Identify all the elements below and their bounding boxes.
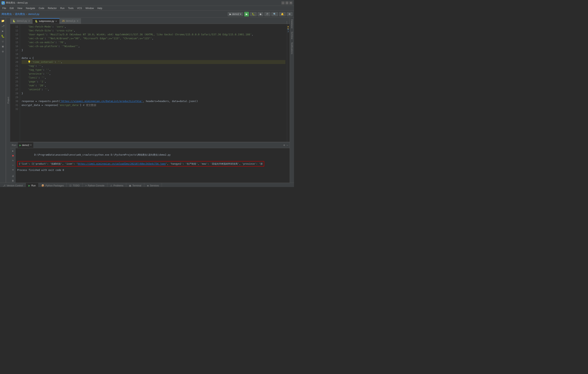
bottom-settings: ⚙ —	[284, 144, 288, 147]
terminal-label: Terminal	[132, 184, 141, 187]
menu-refactor[interactable]: Refactor	[46, 6, 58, 10]
tab-close-subprocess[interactable]: ✕	[55, 20, 57, 22]
code-line-27: 'unionid': '',	[21, 88, 285, 91]
run-active-icon: ▶	[19, 144, 21, 147]
tab-icon-python: 🐍	[12, 20, 15, 22]
tab-run[interactable]: ▶ Run	[26, 183, 39, 187]
breadcrumb-file[interactable]: demo2.py	[28, 12, 39, 15]
code-line-26: 'num': '20',	[21, 84, 285, 88]
tabs-settings[interactable]: ⋮	[284, 21, 290, 24]
menu-file[interactable]: File	[1, 6, 8, 10]
notifications-button[interactable]: 🔔	[279, 12, 285, 16]
menu-window[interactable]: Window	[84, 6, 95, 10]
menu-vcs[interactable]: VCS	[75, 6, 84, 10]
services-icon: ◈	[147, 184, 149, 187]
close-button[interactable]: ✕	[289, 1, 293, 4]
sidebar-icon-git[interactable]: ⎇	[0, 23, 5, 28]
bottom-collapse-icon[interactable]: —	[286, 144, 288, 147]
tab-terminal[interactable]: ▣ Terminal	[126, 183, 144, 187]
right-sidebar-database[interactable]: Database	[290, 18, 294, 30]
sidebar-icon-todo[interactable]: ☑	[0, 39, 5, 44]
output-result-text: {'list': [{'product': '拓嶙科技', 'icon': '	[19, 163, 78, 165]
coverage-button[interactable]: ◉	[258, 12, 263, 16]
menu-edit[interactable]: Edit	[8, 6, 15, 10]
code-line-31: encrypt_data = response['encrypt_data'] …	[21, 103, 285, 107]
sidebar-icon-run[interactable]: ▶	[0, 29, 5, 33]
run-button[interactable]: ▶	[244, 12, 249, 16]
left-sidebar: 📁 ⎇ ▶ 🐛 ☑ ▣ ⚙	[0, 18, 6, 183]
sidebar-icon-project[interactable]: 📁	[0, 18, 5, 23]
project-panel-label[interactable]: Project	[6, 18, 10, 183]
problems-label: Problems	[114, 184, 124, 187]
tab-close-demo2[interactable]: ✕	[28, 20, 30, 22]
code-editor: 11 12 13 14 15 16 17 18 19 20 21 22 23 2…	[10, 24, 290, 142]
tab-label: demo2.py	[17, 20, 27, 22]
code-line-32	[21, 107, 285, 111]
tab-python-console[interactable]: > Python Console	[83, 183, 107, 187]
settings-button[interactable]: ⚙	[287, 12, 293, 16]
search-everywhere-button[interactable]: 🔍	[272, 12, 278, 16]
breadcrumb-project[interactable]: 网络爬虫	[1, 12, 12, 16]
problems-icon: ⚠	[110, 184, 112, 187]
run-tab-label: Run	[31, 184, 36, 187]
run-config-selector[interactable]: ▶ demo2 ▾	[228, 12, 243, 16]
run-label: Run:	[12, 144, 17, 147]
scroll-end-icon[interactable]: ↓	[11, 163, 15, 167]
run-again-icon[interactable]: ▶	[11, 149, 15, 153]
toolbar-right: ▶ demo2 ▾ ▶ 🐛 ◉ ⏱ 🔍 🔔 ⚙	[228, 12, 293, 16]
menu-help[interactable]: Help	[96, 6, 104, 10]
output-result-container: {'list': [{'product': '拓嶙科技', 'icon': 'h…	[17, 161, 288, 168]
sidebar-icon-terminal[interactable]: ▣	[0, 44, 5, 49]
sidebar-icon-settings[interactable]: ⚙	[0, 49, 5, 54]
bottom-output[interactable]: D:\ProgramData\anaconda3\envs\web_crawle…	[16, 148, 290, 183]
editor-scrollbar[interactable]: ▲ 6 ▼ 3	[287, 24, 290, 142]
maximize-button[interactable]: ☐	[285, 1, 289, 4]
menu-code[interactable]: Code	[37, 6, 46, 10]
right-sidebar-sciview[interactable]: SciView	[290, 30, 294, 41]
code-line-13: 'User-Agent': 'Mozilla/5.0 (Windows NT 1…	[21, 33, 285, 36]
menu-tools[interactable]: Tools	[66, 6, 75, 10]
settings2-icon[interactable]: ⚙	[11, 168, 15, 172]
print-icon[interactable]: 🖨	[11, 174, 15, 178]
run-tab-close[interactable]: ✕	[30, 144, 32, 146]
code-content[interactable]: 'Sec-Fetch-Mode': 'cors', 'Sec-Fetch-Sit…	[20, 24, 287, 142]
right-sidebar-notifications[interactable]: Notifications	[290, 41, 294, 183]
title-bar-controls[interactable]: — ☐ ✕	[282, 1, 293, 4]
stop-icon[interactable]: ■	[11, 154, 15, 158]
dropdown-icon: ▾	[240, 13, 241, 15]
tab-services[interactable]: ◈ Services	[144, 183, 162, 187]
minimize-button[interactable]: —	[282, 1, 284, 4]
tab-demo2-py[interactable]: 🐍 demo2.py ✕	[10, 18, 32, 24]
code-line-18	[21, 52, 285, 56]
tab-todo[interactable]: ☑ TODO	[67, 183, 82, 187]
python-packages-label: Python Packages	[45, 184, 64, 187]
code-line-28: }	[21, 91, 285, 95]
profile-button[interactable]: ⏱	[264, 12, 270, 16]
output-result-link[interactable]: https://img1.qimingpian.cn/uploadImg/202…	[78, 163, 166, 165]
tab-problems[interactable]: ⚠ Problems	[107, 183, 126, 187]
trash-icon[interactable]: 🗑	[11, 179, 15, 183]
menu-navigate[interactable]: Navigate	[24, 6, 37, 10]
todo-icon: ☑	[69, 184, 72, 187]
database-panel-label[interactable]: Database	[290, 18, 294, 30]
debug-button[interactable]: 🐛	[250, 12, 257, 16]
run-config-icon: ▶	[230, 13, 231, 15]
tab-version-control[interactable]: ⎇ Version Control	[0, 183, 26, 187]
sidebar-icon-debug[interactable]: 🐛	[0, 34, 5, 38]
notifications-panel-label[interactable]: Notifications	[290, 41, 294, 56]
rerun-icon[interactable]: ↻	[11, 158, 15, 162]
tab-demo2-js[interactable]: JS demo2.js ✕	[60, 18, 81, 24]
tab-label-demo2js: demo2.js	[66, 20, 75, 22]
run-tab-active[interactable]: ▶ demo2 ✕	[18, 142, 33, 148]
bottom-settings-icon[interactable]: ⚙	[284, 144, 285, 147]
sciview-panel-label[interactable]: SciView	[290, 30, 294, 41]
tab-label-subprocess: subprocess.py	[39, 20, 54, 22]
tab-subprocess-py[interactable]: 🐍 subprocess.py ✕	[32, 18, 60, 24]
menu-view[interactable]: View	[16, 6, 24, 10]
code-line-17: }	[21, 48, 285, 52]
tab-python-packages[interactable]: 📦 Python Packages	[39, 183, 67, 187]
tab-icon-js: JS	[62, 20, 65, 22]
breadcrumb-subdir[interactable]: 逆向爬虫	[15, 12, 25, 16]
menu-run[interactable]: Run	[59, 6, 66, 10]
tab-close-demo2js[interactable]: ✕	[77, 20, 78, 22]
